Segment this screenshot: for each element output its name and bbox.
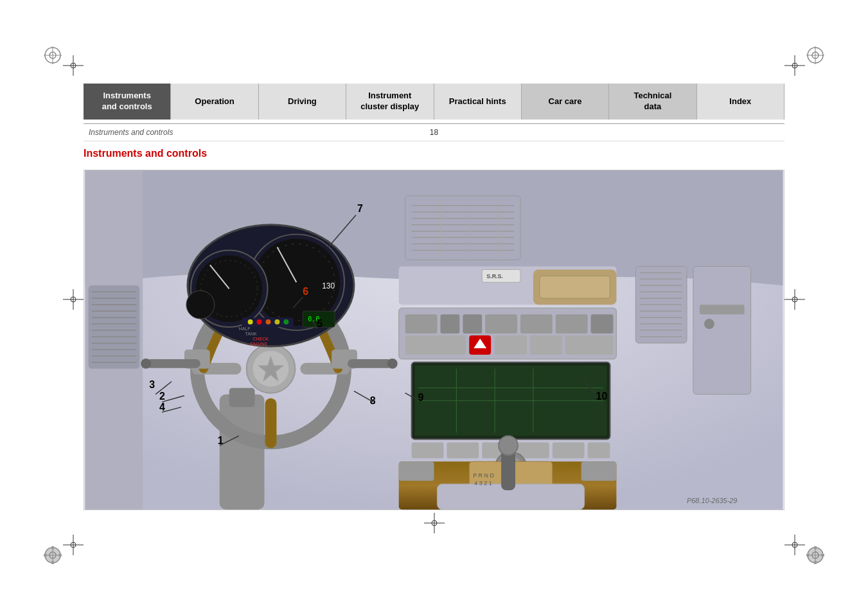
svg-rect-129 [463, 314, 482, 333]
svg-rect-130 [485, 314, 517, 333]
svg-rect-21 [58, 554, 62, 556]
svg-rect-151 [553, 442, 585, 458]
svg-rect-61 [229, 388, 255, 407]
svg-rect-30 [814, 561, 817, 564]
mid-crosshair-right [784, 289, 805, 312]
content-area: Instruments and controls [84, 148, 784, 510]
svg-point-85 [265, 319, 270, 324]
svg-point-68 [141, 359, 151, 369]
corner-tl-gear [44, 46, 62, 67]
svg-rect-67 [146, 359, 200, 368]
svg-rect-69 [348, 359, 393, 368]
svg-rect-32 [821, 554, 824, 556]
tab-car-care[interactable]: Car care [522, 84, 609, 120]
svg-text:S.R.S.: S.R.S. [486, 273, 503, 280]
corner-crosshair-tr [784, 55, 805, 78]
svg-point-84 [257, 319, 262, 324]
svg-point-70 [387, 359, 398, 369]
svg-text:2: 2 [159, 391, 165, 402]
svg-point-86 [274, 319, 279, 324]
svg-rect-138 [530, 335, 562, 355]
svg-text:P R N D: P R N D [473, 472, 494, 479]
tab-index[interactable]: Index [697, 84, 784, 120]
corner-tr-gear [806, 46, 824, 67]
tab-operation[interactable]: Operation [171, 84, 258, 120]
tab-practical-hints[interactable]: Practical hints [434, 84, 522, 120]
nav-tabs: Instrumentsand controls Operation Drivin… [84, 84, 784, 120]
svg-rect-164 [581, 461, 617, 481]
svg-point-125 [704, 319, 714, 329]
svg-rect-31 [806, 554, 810, 556]
svg-rect-60 [220, 395, 265, 510]
corner-crosshair-tl [63, 55, 84, 78]
svg-rect-127 [405, 314, 438, 333]
svg-text:CHECK: CHECK [253, 337, 269, 341]
section-title: Instruments and controls [84, 148, 784, 159]
svg-text:4: 4 [159, 402, 165, 413]
svg-rect-123 [693, 266, 751, 394]
svg-rect-124 [700, 305, 745, 314]
svg-rect-133 [591, 314, 614, 333]
section-label: Instruments and controls [89, 128, 173, 137]
bottom-center-crosshair [424, 513, 445, 536]
svg-rect-139 [565, 335, 614, 355]
tab-technical-data[interactable]: Technicaldata [609, 84, 696, 120]
svg-rect-18 [51, 546, 54, 549]
tab-driving[interactable]: Driving [259, 84, 346, 120]
corner-br-gear [806, 546, 824, 567]
svg-rect-19 [51, 561, 54, 564]
svg-rect-110 [540, 276, 610, 298]
corner-crosshair-bl [63, 535, 84, 558]
svg-point-160 [499, 436, 518, 455]
svg-text:HALF: HALF [239, 326, 251, 331]
svg-rect-20 [44, 554, 47, 556]
svg-text:10: 10 [596, 391, 608, 402]
tab-instruments-and-controls[interactable]: Instrumentsand controls [84, 84, 171, 120]
corner-crosshair-br [784, 535, 805, 558]
svg-text:130: 130 [322, 281, 335, 290]
page-info-bar: Instruments and controls 18 [84, 123, 784, 141]
svg-rect-148 [447, 442, 479, 458]
svg-text:3: 3 [149, 379, 155, 390]
svg-rect-163 [399, 461, 434, 481]
svg-rect-132 [556, 314, 588, 333]
svg-rect-137 [495, 335, 527, 355]
svg-text:5: 5 [317, 318, 323, 329]
svg-rect-128 [440, 314, 459, 333]
dashboard-svg: 130 0.0 HALF TANK CHECK ENGINE [84, 170, 784, 510]
svg-text:ENGINE: ENGINE [251, 342, 268, 346]
svg-point-83 [248, 319, 253, 324]
tab-instrument-cluster-display[interactable]: Instrumentcluster display [346, 84, 434, 120]
svg-text:9: 9 [418, 392, 424, 403]
svg-rect-147 [412, 442, 444, 458]
page-number: 18 [430, 128, 438, 137]
mid-crosshair-left [63, 289, 84, 312]
svg-point-81 [186, 290, 215, 319]
svg-rect-136 [405, 335, 466, 355]
svg-rect-131 [520, 314, 553, 333]
svg-text:TANK: TANK [245, 332, 257, 336]
diagram-container: 130 0.0 HALF TANK CHECK ENGINE [84, 170, 784, 510]
svg-text:7: 7 [357, 203, 363, 214]
svg-text:4 3 2 1: 4 3 2 1 [474, 480, 492, 486]
svg-point-87 [283, 319, 288, 324]
svg-rect-152 [588, 442, 610, 458]
corner-bl-gear [44, 546, 62, 567]
svg-rect-29 [814, 546, 817, 549]
svg-text:P68.10-2635-29: P68.10-2635-29 [687, 497, 737, 504]
svg-text:6: 6 [303, 286, 308, 297]
